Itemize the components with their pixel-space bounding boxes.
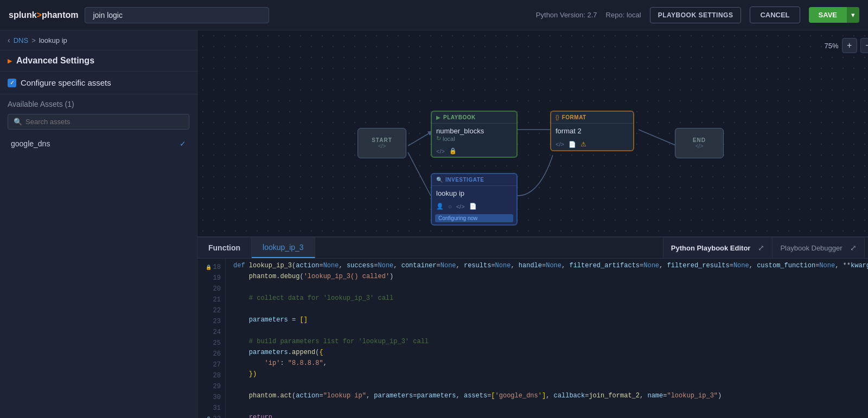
lookup-tab[interactable]: lookup_ip_3 xyxy=(252,237,315,258)
logo: splunk>phantom xyxy=(9,10,78,20)
code-line-21: # collect data for 'lookup_ip_3' call xyxy=(233,294,868,305)
format-type-icon: {} xyxy=(556,114,559,120)
node-end[interactable]: END </> xyxy=(675,128,724,158)
line-numbers: 🔒18 19 20 21 22 23 24 25 26 27 28 29 30 … xyxy=(197,259,226,418)
code-line-25: # build parameters list for 'lookup_ip_3… xyxy=(233,338,868,349)
node-lock-icon: 🔒 xyxy=(449,147,457,155)
code-line-19: phantom.debug('lookup_ip_3() called') xyxy=(233,273,868,284)
node-investigate-icons: 👤 ○ </> 📄 xyxy=(432,201,516,212)
line-num-22: 22 xyxy=(197,305,225,316)
python-editor-panel-tab[interactable]: Python Playbook Editor ⤢ xyxy=(663,237,773,258)
zoom-out-button[interactable]: − xyxy=(860,38,868,53)
investigate-type-icon: 🔍 xyxy=(436,177,443,183)
line-num-21: 21 xyxy=(197,294,225,305)
node-investigate-body: lookup ip xyxy=(432,186,516,201)
breadcrumb-dns-link[interactable]: DNS xyxy=(14,36,28,44)
code-line-26: parameters.append({ xyxy=(233,349,868,359)
cancel-button[interactable]: CANCEL xyxy=(750,7,800,23)
line-num-25: 25 xyxy=(197,338,225,349)
code-line-31 xyxy=(233,403,868,414)
code-line-28: }) xyxy=(233,370,868,381)
line-num-27: 27 xyxy=(197,359,225,370)
save-button[interactable]: SAVE xyxy=(809,7,847,23)
zoom-in-button[interactable]: + xyxy=(842,38,857,53)
save-group: SAVE ▾ xyxy=(809,7,859,23)
sidebar: ‹ DNS > lookup ip ▶ Advanced Settings ✓ … xyxy=(0,30,197,418)
breadcrumb-current: lookup ip xyxy=(39,36,67,44)
node-code-icon: </> xyxy=(436,148,445,155)
configure-assets-row: ✓ Configure specific assets xyxy=(0,72,197,94)
node-format[interactable]: {} FORMAT format 2 </> 📄 ⚠ xyxy=(550,111,634,151)
playbook-name-input[interactable] xyxy=(85,7,269,23)
code-line-27: 'ip': "8.8.8.8", xyxy=(233,359,868,370)
node-format-name: format 2 xyxy=(556,127,629,135)
checkbox-check-icon: ✓ xyxy=(10,79,15,86)
python-editor-tab-label: Python Playbook Editor xyxy=(671,244,751,252)
node-investigate-header: 🔍 INVESTIGATE xyxy=(432,174,516,186)
lock-18: 🔒 xyxy=(206,265,212,271)
line-num-30: 30 xyxy=(197,392,225,403)
node-format-header: {} FORMAT xyxy=(551,112,633,124)
topbar-right: Python Version: 2.7 Repo: local PLAYBOOK… xyxy=(536,7,859,23)
debugger-expand-btn[interactable]: ⤢ xyxy=(850,243,857,252)
node-playbook-sub: ↻ local xyxy=(436,135,512,142)
playbook-settings-button[interactable]: PLAYBOOK SETTINGS xyxy=(650,7,742,23)
code-content[interactable]: def lookup_ip_3(action=None, success=Non… xyxy=(226,259,868,418)
logo-text: splunk>phantom xyxy=(9,10,78,20)
inv-code-icon: </> xyxy=(456,203,465,210)
topbar: splunk>phantom Python Version: 2.7 Repo:… xyxy=(0,0,868,30)
canvas-controls: 75% + − ⤢ xyxy=(825,38,868,53)
search-box[interactable]: 🔍 xyxy=(8,114,189,130)
debugger-panel-tab[interactable]: Playbook Debugger ⤢ xyxy=(772,237,864,258)
canvas-area[interactable]: 75% + − ⤢ xyxy=(197,30,868,236)
line-num-19: 19 xyxy=(197,273,225,284)
breadcrumb-back-button[interactable]: ‹ xyxy=(8,36,10,44)
list-item[interactable]: google_dns ✓ xyxy=(8,135,189,152)
code-line-18: def lookup_ip_3(action=None, success=Non… xyxy=(233,262,868,273)
node-playbook-header: ▶ PLAYBOOK xyxy=(432,112,516,124)
node-playbook-name: number_blocks xyxy=(436,127,512,135)
zoom-percent-label: 75% xyxy=(825,42,839,50)
line-num-18: 🔒18 xyxy=(197,262,225,273)
configure-assets-checkbox[interactable]: ✓ xyxy=(8,79,16,87)
node-investigate-type: INVESTIGATE xyxy=(445,177,484,183)
node-end-label: END xyxy=(693,137,706,143)
line-num-26: 26 xyxy=(197,349,225,359)
python-version-label: Python Version: 2.7 xyxy=(536,11,597,19)
advanced-settings-toggle[interactable]: ▶ Advanced Settings xyxy=(8,56,189,66)
inv-circle-icon: ○ xyxy=(448,203,452,210)
breadcrumb: ‹ DNS > lookup ip xyxy=(0,30,197,50)
asset-name: google_dns xyxy=(11,139,50,148)
format-doc-icon: 📄 xyxy=(569,141,576,148)
line-num-28: 28 xyxy=(197,370,225,381)
line-num-32: 🔒32 xyxy=(197,414,225,418)
node-start[interactable]: START </> xyxy=(358,128,406,158)
tab-spacer xyxy=(315,237,663,258)
line-num-23: 23 xyxy=(197,316,225,327)
inv-doc-icon: 📄 xyxy=(469,203,477,210)
line-num-29: 29 xyxy=(197,381,225,392)
format-warning-icon: ⚠ xyxy=(580,140,586,148)
configuring-badge: Configuring now xyxy=(435,214,513,222)
node-investigate[interactable]: 🔍 INVESTIGATE lookup ip 👤 ○ </> 📄 Config… xyxy=(431,173,518,226)
code-line-22 xyxy=(233,305,868,316)
code-line-20 xyxy=(233,284,868,294)
search-assets-input[interactable] xyxy=(25,118,183,126)
code-line-23: parameters = [] xyxy=(233,316,868,327)
node-end-icon: </> xyxy=(695,143,703,149)
configure-assets-label: Configure specific assets xyxy=(21,78,111,87)
node-playbook-footer: </> 🔒 xyxy=(432,145,516,157)
editor-close-section: ▭ ✕ xyxy=(864,237,868,258)
python-editor-expand-btn[interactable]: ⤢ xyxy=(758,243,764,252)
inv-person-icon: 👤 xyxy=(436,203,444,210)
node-investigate-name: lookup ip xyxy=(436,189,512,197)
playbook-sub-icon: ↻ xyxy=(436,135,441,142)
save-dropdown-button[interactable]: ▾ xyxy=(847,7,859,23)
advanced-settings-label: Advanced Settings xyxy=(16,56,94,66)
lookup-tab-label: lookup_ip_3 xyxy=(263,243,304,252)
node-playbook[interactable]: ▶ PLAYBOOK number_blocks ↻ local </> 🔒 xyxy=(431,111,518,158)
available-assets-title: Available Assets (1) xyxy=(8,100,189,108)
function-tab[interactable]: Function xyxy=(197,237,252,258)
node-playbook-body: number_blocks ↻ local xyxy=(432,124,516,145)
breadcrumb-separator: > xyxy=(31,36,36,44)
